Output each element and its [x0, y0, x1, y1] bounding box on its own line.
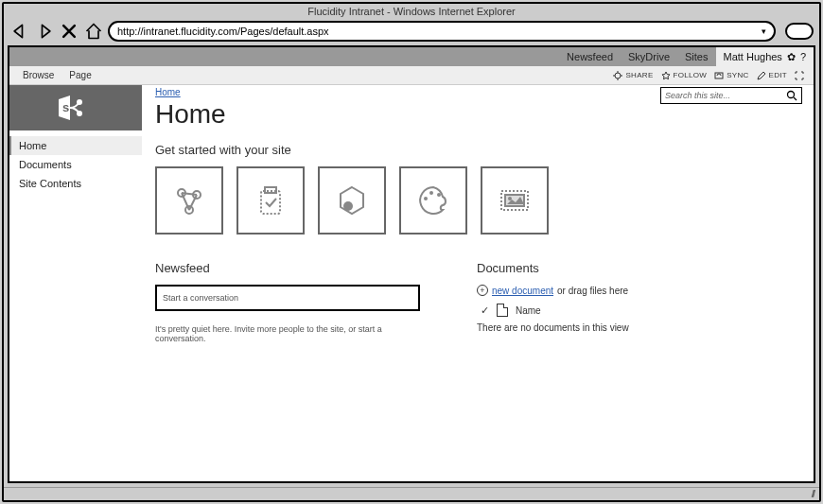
sidebar-item-documents[interactable]: Documents: [9, 155, 142, 174]
svg-rect-9: [261, 191, 280, 214]
ribbon-sync[interactable]: SYNC: [714, 71, 748, 80]
tile-share[interactable]: [155, 166, 223, 235]
topnav-sites[interactable]: Sites: [677, 51, 715, 62]
ribbon-focus[interactable]: [795, 71, 804, 80]
get-started-heading: Get started with your site: [155, 143, 802, 157]
topnav-newsfeed[interactable]: Newsfeed: [559, 51, 621, 62]
svg-point-14: [437, 193, 441, 197]
window-title: Flucidity Intranet - Windows Internet Ex…: [4, 4, 819, 19]
user-menu[interactable]: Matt Hughes ✿ ?: [716, 47, 814, 66]
file-icon: [497, 304, 508, 317]
documents-heading: Documents: [477, 261, 723, 275]
add-document-icon[interactable]: +: [477, 285, 488, 296]
sidebar-item-home[interactable]: Home: [9, 136, 142, 155]
tile-working[interactable]: [236, 166, 305, 235]
help-icon[interactable]: ?: [800, 51, 806, 62]
ribbon-tab-page[interactable]: Page: [61, 70, 98, 80]
ribbon: Browse Page SHARE FOLLOW SYNC EDIT: [9, 66, 814, 85]
go-button[interactable]: [785, 23, 814, 40]
search-placeholder: Search this site...: [665, 91, 786, 100]
svg-point-13: [429, 191, 433, 195]
tile-lists[interactable]: [318, 166, 386, 235]
svg-point-5: [788, 92, 795, 98]
url-dropdown-icon[interactable]: ▾: [762, 26, 766, 36]
status-bar: ///: [4, 487, 819, 500]
url-text: http://intranet.flucidity.com/Pages/defa…: [117, 26, 762, 37]
ribbon-tab-browse[interactable]: Browse: [15, 70, 61, 80]
ribbon-edit[interactable]: EDIT: [757, 71, 787, 80]
promo-tiles: [155, 166, 802, 235]
newsfeed-input[interactable]: Start a conversation: [155, 285, 420, 311]
address-bar[interactable]: http://intranet.flucidity.com/Pages/defa…: [108, 21, 776, 42]
ribbon-share[interactable]: SHARE: [613, 71, 653, 80]
new-document-link[interactable]: new document: [492, 286, 553, 296]
home-button[interactable]: [83, 21, 104, 42]
svg-point-17: [508, 197, 512, 200]
documents-empty: There are no documents in this view: [477, 322, 723, 333]
stop-button[interactable]: [59, 21, 79, 42]
svg-text:s: s: [62, 100, 69, 114]
browser-toolbar: http://intranet.flucidity.com/Pages/defa…: [4, 19, 819, 45]
search-icon[interactable]: [786, 90, 797, 101]
forward-button[interactable]: [34, 21, 55, 42]
svg-point-12: [424, 197, 428, 200]
column-name[interactable]: Name: [516, 305, 541, 316]
drag-hint: or drag files here: [557, 286, 628, 296]
sidebar: s Home Documents Site Contents: [9, 85, 142, 481]
tile-style[interactable]: [399, 166, 467, 235]
site-logo[interactable]: s: [9, 85, 142, 130]
check-icon[interactable]: ✓: [481, 304, 489, 317]
topnav-skydrive[interactable]: SkyDrive: [621, 51, 677, 62]
sidebar-item-site-contents[interactable]: Site Contents: [9, 174, 142, 193]
newsfeed-heading: Newsfeed: [155, 261, 420, 275]
back-button[interactable]: [9, 21, 30, 42]
svg-point-11: [343, 201, 353, 211]
newsfeed-empty: It's pretty quiet here. Invite more peop…: [155, 324, 420, 343]
gear-icon[interactable]: ✿: [787, 51, 796, 63]
svg-point-0: [615, 73, 621, 78]
resize-grip-icon[interactable]: ///: [812, 489, 814, 499]
ribbon-follow[interactable]: FOLLOW: [661, 71, 708, 80]
suite-bar: Newsfeed SkyDrive Sites Matt Hughes ✿ ?: [9, 47, 814, 66]
search-input[interactable]: Search this site...: [660, 87, 802, 104]
tile-remove[interactable]: [481, 166, 549, 235]
user-name: Matt Hughes: [724, 51, 782, 62]
